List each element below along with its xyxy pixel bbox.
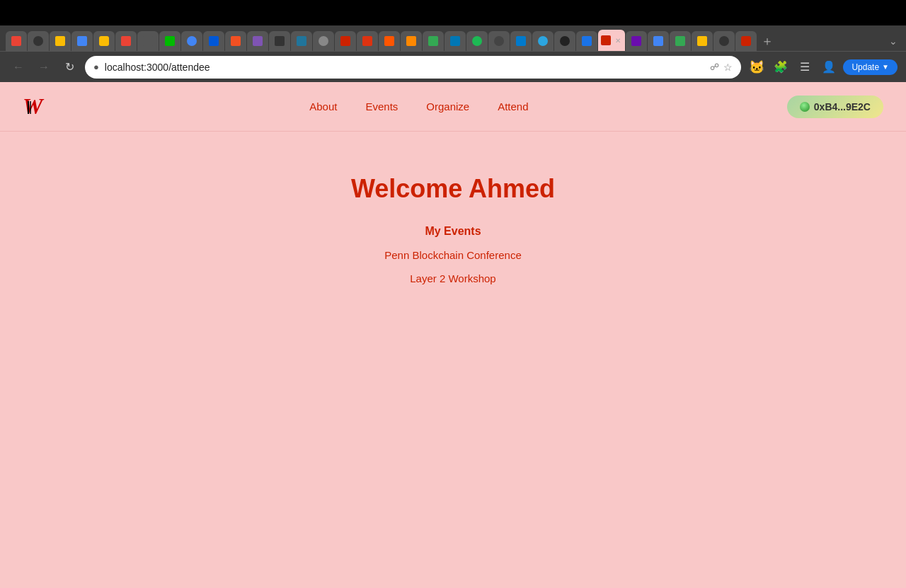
sidebar-icon[interactable]: ☰ [795,57,815,77]
tab-6[interactable] [115,31,137,51]
tab-close-icon[interactable]: ✕ [614,36,622,45]
tab-31[interactable] [670,31,691,51]
tab-19[interactable] [401,31,422,51]
tab-25[interactable] [532,31,554,51]
tab-34[interactable] [735,31,757,51]
tab-30[interactable] [648,31,669,51]
bookmark-icon[interactable]: ☆ [723,62,733,73]
tab-11[interactable] [225,31,246,51]
app-logo[interactable]: W [23,94,51,120]
nav-attend[interactable]: Attend [498,100,528,113]
tab-27[interactable] [576,31,597,51]
tab-4[interactable] [71,31,93,51]
nav-links: About Events Organize Attend [309,100,528,113]
extension-puzzle-icon[interactable]: 🧩 [771,57,791,77]
tab-7[interactable] [137,31,159,51]
nav-about[interactable]: About [309,100,337,113]
extra-icon[interactable]: 👤 [819,57,839,77]
update-button[interactable]: Update ▼ [843,59,898,75]
app-nav: W About Events Organize Attend 0xB4...9E… [0,82,906,132]
tab-9[interactable] [181,31,202,51]
page-content: W About Events Organize Attend 0xB4...9E… [0,82,906,588]
tab-32[interactable] [692,31,713,51]
tab-26[interactable] [554,31,575,51]
new-tab-button[interactable]: ＋ [757,31,777,51]
tab-24[interactable] [510,31,532,51]
address-bar[interactable]: ● localhost:3000/attendee ☍ ☆ [85,56,741,79]
tab-active[interactable]: ✕ [598,30,625,51]
forward-button[interactable]: → [34,57,54,77]
update-chevron-icon: ▼ [882,63,889,71]
tab-13[interactable] [269,31,290,51]
browser-toolbar: ← → ↻ ● localhost:3000/attendee ☍ ☆ 🐱 🧩 … [0,51,906,82]
welcome-title: Welcome Ahmed [351,174,555,204]
tab-10[interactable] [203,31,224,51]
tab-2[interactable] [28,31,49,51]
browser-tab-strip: ✕ ＋ ⌄ [0,25,906,51]
toolbar-right-icons: 🐱 🧩 ☰ 👤 Update ▼ [747,57,898,77]
tab-29[interactable] [626,31,647,51]
nav-organize[interactable]: Organize [426,100,469,113]
tab-3[interactable] [50,31,71,51]
nav-events[interactable]: Events [365,100,398,113]
event-link-penn[interactable]: Penn Blockchain Conference [384,249,521,261]
tab-33[interactable] [713,31,735,51]
tab-20[interactable] [423,31,444,51]
event-link-layer2[interactable]: Layer 2 Workshop [410,272,495,284]
tab-1[interactable] [6,31,27,51]
tab-17[interactable] [357,31,378,51]
my-events-section: My Events Penn Blockchain Conference Lay… [384,225,521,284]
tab-12[interactable] [247,31,268,51]
url-display[interactable]: localhost:3000/attendee [105,62,705,73]
tab-15[interactable] [313,31,334,51]
main-content: Welcome Ahmed My Events Penn Blockchain … [0,132,906,284]
wallet-button[interactable]: 0xB4...9E2C [787,96,883,118]
profile-icon[interactable]: 🐱 [747,57,767,77]
tab-5[interactable] [93,31,115,51]
reload-button[interactable]: ↻ [59,57,79,77]
tab-22[interactable] [466,31,488,51]
tab-18[interactable] [379,31,400,51]
back-button[interactable]: ← [8,57,28,77]
lock-icon: ● [93,62,99,72]
address-bar-icons: ☍ ☆ [710,62,733,73]
wallet-address: 0xB4...9E2C [814,101,871,113]
tab-menu-button[interactable]: ⌄ [886,31,900,51]
tab-21[interactable] [445,31,466,51]
wallet-status-dot [800,102,810,112]
tab-14[interactable] [291,31,312,51]
reader-icon[interactable]: ☍ [710,62,719,72]
my-events-label: My Events [425,225,481,238]
svg-text:W: W [23,94,45,119]
logo-icon: W [23,94,51,120]
tab-8[interactable] [159,31,180,51]
browser-chrome-top [0,0,906,25]
tab-16[interactable] [335,31,356,51]
tab-23[interactable] [488,31,510,51]
